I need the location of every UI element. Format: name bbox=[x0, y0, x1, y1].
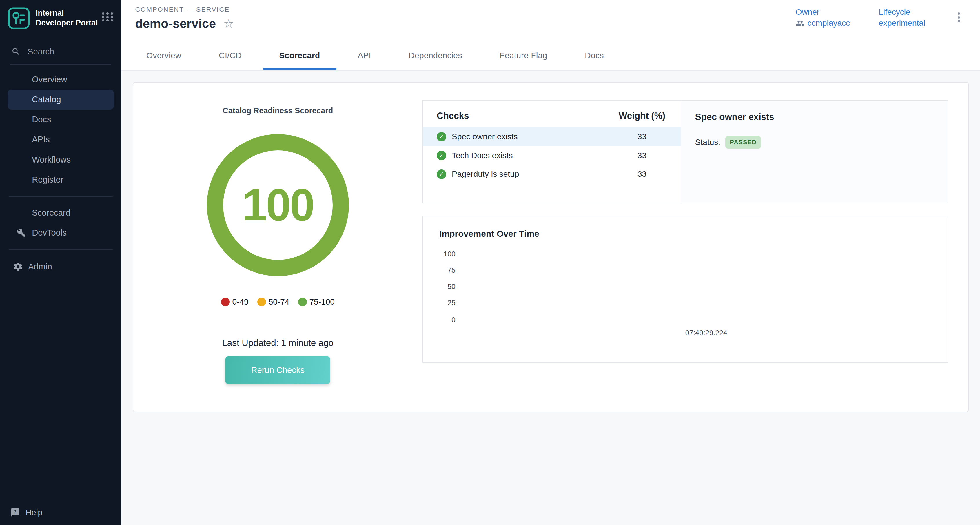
main-area: COMPONENT — SERVICE demo-service ☆ Owner… bbox=[121, 0, 980, 525]
gear-icon bbox=[13, 262, 23, 272]
tab-feature-flag[interactable]: Feature Flag bbox=[481, 41, 566, 70]
sidebar-item-overview[interactable]: Overview bbox=[0, 70, 121, 89]
search-icon bbox=[11, 47, 21, 56]
sidebar-item-register[interactable]: Register bbox=[0, 170, 121, 190]
sidebar-item-label: Admin bbox=[28, 262, 52, 272]
group-icon bbox=[796, 19, 804, 27]
svg-text:?: ? bbox=[14, 509, 16, 515]
check-passed-icon: ✓ bbox=[437, 132, 446, 142]
owner-block: Owner ccmplayacc bbox=[796, 8, 850, 28]
sidebar-item-label: APIs bbox=[32, 135, 50, 144]
legend-item: 0-49 bbox=[221, 297, 249, 307]
scorecard-card: Catalog Readiness Scorecard 100 0-49 50-… bbox=[133, 82, 969, 412]
sidebar-item-label: Docs bbox=[32, 115, 51, 124]
sidebar-item-apis[interactable]: APIs bbox=[0, 129, 121, 150]
tab-scorecard[interactable]: Scorecard bbox=[261, 41, 339, 70]
sidebar-item-docs[interactable]: Docs bbox=[0, 110, 121, 129]
check-weight: 33 bbox=[617, 170, 667, 179]
owner-label: Owner bbox=[796, 8, 850, 17]
search-label: Search bbox=[27, 47, 54, 57]
wrench-icon bbox=[17, 228, 26, 238]
status-label: Status: bbox=[695, 138, 721, 147]
sidebar-item-label: Catalog bbox=[32, 95, 61, 104]
sidebar-item-label: Help bbox=[26, 508, 43, 517]
status-badge: PASSED bbox=[725, 136, 761, 149]
lifecycle-block: Lifecycle experimental bbox=[878, 8, 925, 28]
legend-amber-dot-icon bbox=[257, 298, 266, 306]
checks-panel: Checks Weight (%) ✓ Spec owner exists 33 bbox=[423, 100, 948, 203]
apps-grid-icon[interactable] bbox=[102, 13, 114, 21]
search-input[interactable]: Search bbox=[10, 43, 111, 65]
favorite-star-icon[interactable]: ☆ bbox=[223, 18, 234, 30]
entity-meta: Owner ccmplayacc Lifecycle experimental bbox=[796, 8, 964, 28]
tab-dependencies[interactable]: Dependencies bbox=[390, 41, 481, 70]
y-axis-tick: 75 bbox=[439, 266, 455, 274]
check-row-pagerduty[interactable]: ✓ Pagerduty is setup 33 bbox=[423, 165, 681, 184]
lifecycle-value: experimental bbox=[878, 19, 925, 28]
legend-label: 0-49 bbox=[232, 297, 248, 307]
sidebar-nav: Overview Catalog Docs APIs Workflows Reg… bbox=[0, 70, 121, 277]
score-gauge: 100 bbox=[207, 134, 349, 276]
improvement-chart: 100 75 50 25 0 07:49:29.224 bbox=[439, 246, 931, 347]
help-icon: ? bbox=[10, 508, 20, 518]
app-window: Internal Developer Portal Search Overvie… bbox=[0, 0, 980, 525]
sidebar-item-label: Workflows bbox=[32, 155, 71, 165]
more-options-icon[interactable] bbox=[954, 10, 964, 25]
improvement-chart-panel: Improvement Over Time 100 75 50 25 0 07:… bbox=[423, 216, 948, 363]
owner-value-link[interactable]: ccmplayacc bbox=[808, 19, 850, 28]
lifecycle-label: Lifecycle bbox=[878, 8, 925, 17]
y-axis-tick: 25 bbox=[439, 299, 455, 307]
sidebar-item-label: Scorecard bbox=[32, 208, 70, 218]
check-weight: 33 bbox=[617, 151, 667, 160]
legend-item: 50-74 bbox=[257, 297, 290, 307]
sidebar-item-help[interactable]: ? Help bbox=[0, 499, 121, 525]
score-legend: 0-49 50-74 75-100 bbox=[221, 297, 335, 307]
checks-table: Checks Weight (%) ✓ Spec owner exists 33 bbox=[423, 100, 681, 202]
tab-content: Catalog Readiness Scorecard 100 0-49 50-… bbox=[121, 71, 980, 525]
legend-red-dot-icon bbox=[221, 298, 230, 306]
last-updated-text: Last Updated: 1 minute ago bbox=[222, 338, 334, 348]
check-name: Spec owner exists bbox=[452, 132, 518, 142]
weight-header: Weight (%) bbox=[617, 111, 667, 121]
y-axis-tick: 100 bbox=[439, 250, 455, 258]
app-title: Internal Developer Portal bbox=[36, 8, 101, 28]
sidebar-item-scorecard[interactable]: Scorecard bbox=[0, 203, 121, 223]
score-summary: Catalog Readiness Scorecard 100 0-49 50-… bbox=[133, 100, 423, 394]
rerun-checks-button[interactable]: Rerun Checks bbox=[226, 356, 330, 384]
sidebar-divider bbox=[9, 249, 113, 250]
sidebar-item-label: Register bbox=[32, 175, 64, 185]
page-title: demo-service bbox=[135, 16, 216, 31]
legend-label: 75-100 bbox=[309, 297, 335, 307]
sidebar-divider bbox=[9, 196, 113, 196]
chart-title: Improvement Over Time bbox=[439, 229, 931, 239]
check-detail-title: Spec owner exists bbox=[695, 112, 934, 122]
legend-item: 75-100 bbox=[298, 297, 335, 307]
check-passed-icon: ✓ bbox=[437, 151, 446, 160]
sidebar-item-devtools[interactable]: DevTools bbox=[0, 223, 121, 243]
app-logo-icon bbox=[8, 7, 30, 30]
tab-overview[interactable]: Overview bbox=[128, 41, 200, 70]
y-axis-tick: 0 bbox=[439, 316, 455, 324]
entity-tabs: Overview CI/CD Scorecard API Dependencie… bbox=[121, 41, 980, 71]
y-axis-tick: 50 bbox=[439, 283, 455, 291]
tab-cicd[interactable]: CI/CD bbox=[200, 41, 261, 70]
check-row-spec-owner[interactable]: ✓ Spec owner exists 33 bbox=[423, 127, 681, 146]
score-details: Checks Weight (%) ✓ Spec owner exists 33 bbox=[423, 100, 948, 394]
sidebar-item-catalog[interactable]: Catalog bbox=[8, 89, 114, 110]
sidebar-item-label: Overview bbox=[32, 75, 67, 84]
scorecard-title: Catalog Readiness Scorecard bbox=[223, 107, 333, 115]
check-name: Tech Docs exists bbox=[452, 151, 513, 160]
tab-docs[interactable]: Docs bbox=[566, 41, 623, 70]
legend-label: 50-74 bbox=[269, 297, 290, 307]
check-row-tech-docs[interactable]: ✓ Tech Docs exists 33 bbox=[423, 146, 681, 165]
check-detail-panel: Spec owner exists Status: PASSED bbox=[681, 100, 948, 202]
check-name: Pagerduty is setup bbox=[452, 170, 519, 179]
score-value: 100 bbox=[242, 179, 313, 231]
sidebar-item-workflows[interactable]: Workflows bbox=[0, 150, 121, 170]
check-passed-icon: ✓ bbox=[437, 170, 446, 179]
legend-green-dot-icon bbox=[298, 298, 307, 306]
sidebar-item-admin[interactable]: Admin bbox=[0, 256, 121, 277]
tab-api[interactable]: API bbox=[339, 41, 390, 70]
sidebar: Internal Developer Portal Search Overvie… bbox=[0, 0, 121, 525]
sidebar-item-label: DevTools bbox=[32, 228, 67, 238]
